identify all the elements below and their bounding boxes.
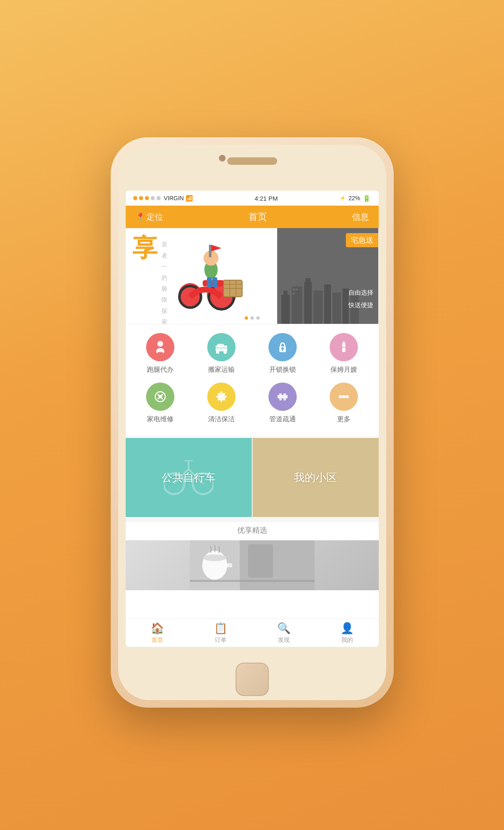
navbar-location[interactable]: 📍 定位 (136, 211, 163, 223)
banner-pagination (245, 316, 260, 320)
dot-1[interactable] (245, 316, 248, 320)
tab-home[interactable]: 🏠 首页 (151, 622, 164, 644)
location-icon: 📍 (136, 212, 145, 221)
banner-section: 享 居者一的极限探索 (126, 228, 379, 324)
cleaning-icon (207, 383, 236, 411)
status-carrier: VIRGIN 📶 (133, 195, 193, 201)
more-icon (330, 383, 358, 411)
discover-icon: 🔍 (277, 622, 290, 635)
phone-outer-shell: VIRGIN 📶 4:21 PM ⚡ 22% 🔋 📍 定位 (111, 137, 394, 708)
svg-point-47 (159, 395, 162, 398)
separator-2 (126, 436, 379, 437)
phone-inner-shell: VIRGIN 📶 4:21 PM ⚡ 22% 🔋 📍 定位 (118, 145, 386, 700)
bottom-tabbar: 🏠 首页 📋 订单 🔍 发现 👤 我的 (126, 619, 379, 647)
subtitle-line1: 自由选择 (348, 289, 373, 296)
service-plumbing[interactable]: 管道疏通 (256, 383, 309, 424)
status-bar: VIRGIN 📶 4:21 PM ⚡ 22% 🔋 (126, 191, 379, 206)
navbar-info[interactable]: 信息 (352, 211, 369, 223)
status-battery: ⚡ 22% 🔋 (340, 194, 371, 202)
svg-point-74 (203, 554, 226, 561)
phone-home-button[interactable] (236, 663, 269, 696)
svg-line-56 (218, 399, 219, 400)
more-label: 更多 (337, 415, 350, 424)
banner-badge[interactable]: 宅急送 (346, 233, 378, 247)
navbar-title: 首页 (248, 211, 267, 223)
svg-point-34 (216, 350, 219, 354)
phone-screen: VIRGIN 📶 4:21 PM ⚡ 22% 🔋 📍 定位 (126, 191, 379, 647)
errand-label: 跑腿代办 (147, 365, 174, 374)
tab-profile[interactable]: 👤 我的 (340, 622, 354, 644)
svg-rect-75 (226, 563, 232, 567)
signal-dot-2 (139, 196, 143, 200)
featured-image (126, 540, 379, 590)
plumbing-label: 管道疏通 (269, 415, 296, 424)
community-label: 我的小区 (294, 470, 337, 485)
locksmith-label: 开锁换锁 (269, 365, 296, 374)
service-repair[interactable]: 家电维修 (133, 383, 187, 424)
locksmith-icon (268, 333, 297, 361)
svg-line-53 (218, 393, 219, 394)
svg-rect-61 (283, 398, 286, 400)
orders-icon: 📋 (214, 622, 227, 635)
nanny-label: 保姆月嫂 (330, 365, 357, 374)
status-time: 4:21 PM (255, 195, 278, 202)
svg-rect-15 (212, 277, 217, 288)
moving-icon (207, 333, 236, 361)
svg-rect-59 (283, 393, 286, 395)
battery-percentage: 22% (348, 195, 360, 201)
home-label: 首页 (151, 636, 163, 644)
svg-line-55 (224, 393, 225, 394)
moving-label: 搬家运输 (208, 365, 235, 374)
phone-speaker (227, 157, 277, 165)
cleaning-label: 清洁保洁 (208, 415, 235, 424)
bluetooth-icon: ⚡ (340, 195, 346, 201)
service-cleaning[interactable]: 清洁保洁 (194, 383, 248, 424)
feature-banners: 公共自行车 我的小区 (126, 438, 379, 517)
svg-rect-60 (279, 398, 282, 400)
svg-rect-32 (216, 345, 227, 351)
svg-point-63 (342, 395, 345, 398)
service-nanny[interactable]: 保姆月嫂 (317, 333, 370, 374)
service-more[interactable]: 更多 (317, 383, 370, 424)
bike-feature[interactable]: 公共自行车 (126, 438, 252, 517)
nanny-icon (330, 333, 358, 361)
app-navbar: 📍 定位 首页 信息 (126, 206, 379, 228)
plumbing-icon (268, 383, 297, 411)
service-locksmith[interactable]: 开锁换锁 (256, 333, 309, 374)
repair-label: 家电维修 (147, 415, 174, 424)
service-moving[interactable]: 搬家运输 (194, 333, 248, 374)
svg-rect-33 (217, 344, 224, 346)
services-row-2: 家电维修 (130, 383, 375, 424)
repair-icon (146, 383, 174, 411)
banner-vertical-text: 居者一的极限探索 (161, 239, 167, 324)
svg-line-54 (224, 399, 225, 400)
featured-header: 优享精选 (126, 522, 379, 540)
orders-label: 订单 (215, 636, 226, 644)
home-icon: 🏠 (151, 622, 164, 635)
community-feature[interactable]: 我的小区 (253, 438, 379, 517)
battery-icon: 🔋 (362, 194, 371, 202)
svg-rect-58 (279, 393, 282, 395)
dot-3[interactable] (256, 316, 260, 320)
phone-camera (219, 155, 226, 162)
profile-icon: 👤 (340, 622, 354, 635)
errand-icon (146, 333, 174, 361)
bike-label: 公共自行车 (161, 470, 216, 485)
svg-rect-78 (248, 544, 273, 578)
svg-rect-14 (207, 277, 212, 288)
discover-label: 发现 (278, 636, 290, 644)
signal-dot-3 (145, 196, 149, 200)
carrier-name: VIRGIN (164, 195, 184, 201)
featured-section: 优享精选 (126, 517, 379, 590)
banner-right: 宅急送 自由选择 快送便捷 (277, 228, 378, 324)
dot-2[interactable] (251, 316, 254, 320)
service-errand[interactable]: 跑腿代办 (133, 333, 187, 374)
tab-orders[interactable]: 📋 订单 (214, 622, 227, 644)
svg-marker-13 (211, 245, 221, 251)
svg-rect-42 (343, 341, 345, 343)
tab-discover[interactable]: 🔍 发现 (277, 622, 290, 644)
scooter-illustration (167, 232, 259, 311)
svg-point-64 (345, 395, 349, 398)
svg-rect-57 (278, 395, 288, 398)
signal-dot-4 (151, 196, 155, 200)
